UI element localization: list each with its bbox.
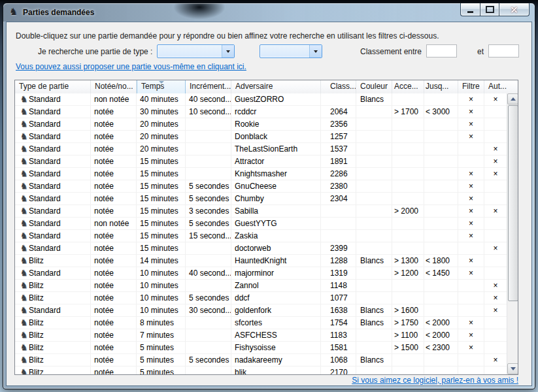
cell: notée xyxy=(91,329,137,341)
table-row[interactable]: ♞Standardnotée10 minutes40 second...majo… xyxy=(15,267,507,280)
column-header-filtre[interactable]: Filtre xyxy=(458,80,484,93)
cell: 15 minutes xyxy=(137,155,186,167)
table-row[interactable]: ♞Blitznotée5 minutes5 secondesnadakareem… xyxy=(15,354,507,367)
cell xyxy=(458,367,484,374)
table-row[interactable]: ♞Standardnotée30 minutes10 second...rcdd… xyxy=(15,106,507,118)
cell: 10 minutes xyxy=(137,280,186,291)
column-header-temps[interactable]: Temps xyxy=(137,80,186,93)
knight-icon: ♞ xyxy=(19,205,29,217)
table-row[interactable]: ♞Standardnotée15 minutes15 second...Zask… xyxy=(15,230,507,242)
table-row[interactable]: ♞Blitznotée10 minutesZannol1148× xyxy=(15,280,507,292)
share-app-link[interactable]: Si vous aimez ce logiciel, parlez-en à v… xyxy=(352,376,518,385)
cell: > 1600 xyxy=(392,304,424,316)
column-header-acce[interactable]: Acce... xyxy=(392,80,424,93)
cell: ♞Blitz xyxy=(15,367,91,374)
column-header-typedepartie[interactable]: Type de partie xyxy=(15,80,91,93)
column-header-jusq[interactable]: Jusq... xyxy=(424,80,458,93)
cell xyxy=(356,242,392,254)
cell xyxy=(484,342,507,353)
cell: HauntedKnight xyxy=(231,255,321,267)
cell: Blancs xyxy=(356,93,392,105)
cell xyxy=(392,155,424,167)
table-row[interactable]: ♞Standardnotée10 minutes30 second...gold… xyxy=(15,304,507,317)
column-header-class[interactable]: Class... xyxy=(321,80,356,93)
scrollbar-thumb[interactable] xyxy=(508,105,518,301)
column-header-noteno[interactable]: Notée/no... xyxy=(91,80,137,93)
vertical-scrollbar[interactable] xyxy=(507,93,518,374)
table-row[interactable]: ♞Standardnon notée40 minutes40 second...… xyxy=(15,93,507,106)
cell: majorminor xyxy=(231,267,321,279)
cell xyxy=(424,193,458,204)
table-row[interactable]: ♞Blitznotée7 minutesASFCHESS1183> 1100< … xyxy=(15,329,507,342)
scroll-up-button[interactable] xyxy=(507,93,518,105)
cell: 1319 xyxy=(321,267,356,279)
cell xyxy=(356,367,392,374)
table-row[interactable]: ♞Standardnotée15 minutes3 secondesSabill… xyxy=(15,205,507,218)
chevron-down-icon[interactable] xyxy=(222,45,234,57)
cell xyxy=(424,131,458,142)
column-header-incrment[interactable]: Incrément... xyxy=(186,80,231,93)
cell: 5 secondes xyxy=(186,354,231,366)
chevron-down-icon[interactable] xyxy=(309,45,322,57)
table-row[interactable]: ♞Standardnotée15 minutes5 secondesChumby… xyxy=(15,193,507,205)
table-row[interactable]: ♞Blitznotée5 minutesFishysoisse1581> 150… xyxy=(15,342,507,354)
rating-max-input[interactable] xyxy=(488,44,519,57)
column-header-couleur[interactable]: Couleur xyxy=(356,80,392,93)
knight-icon: ♞ xyxy=(19,218,29,229)
table-row[interactable]: ♞Blitznotée14 minutesHauntedKnight1288Bl… xyxy=(15,255,507,267)
game-subtype-select[interactable] xyxy=(260,44,322,58)
column-header-adversaire[interactable]: Adversaire xyxy=(231,80,321,93)
cell: non notée xyxy=(91,93,137,105)
games-table: Type de partieNotée/no...TempsIncrément.… xyxy=(14,80,518,375)
column-header-aut[interactable]: Aut... xyxy=(484,80,507,93)
table-row[interactable]: ♞Standardnon notée15 minutes5 secondesGu… xyxy=(15,218,507,230)
cell: 2286 xyxy=(321,168,356,180)
cell: 15 minutes xyxy=(137,168,186,180)
cell: < 2000 xyxy=(424,329,458,341)
table-row[interactable]: ♞Blitznotée8 minutessfcortes1754Blancs> … xyxy=(15,317,507,329)
cell: > 1700 xyxy=(392,106,424,118)
cell: 5 secondes xyxy=(186,292,231,304)
cell: notée xyxy=(91,118,137,130)
table-row[interactable]: ♞Standardnotée20 minutesTheLastSionEarth… xyxy=(15,143,507,155)
table-row[interactable]: ♞Standardnotée15 minutesAttractor1891× xyxy=(15,155,507,168)
cell xyxy=(458,304,484,316)
cell: ♞Standard xyxy=(15,205,91,217)
close-button[interactable] xyxy=(499,3,530,16)
cell: 1077 xyxy=(321,292,356,304)
minimize-button[interactable] xyxy=(460,3,480,16)
maximize-button[interactable] xyxy=(480,3,499,16)
table-row[interactable]: ♞Standardnotée15 minutesKnightsmasher228… xyxy=(15,168,507,180)
rating-min-input[interactable] xyxy=(426,44,457,57)
cell: sfcortes xyxy=(231,317,321,329)
cell: Zaskia xyxy=(231,230,321,242)
table-row[interactable]: ♞Standardnotée15 minutesdoctorweb2399× xyxy=(15,242,507,255)
dialog-client-area: Double-cliquez sur une partie demandée p… xyxy=(6,22,532,386)
cell xyxy=(424,280,458,291)
cell: × xyxy=(458,218,484,229)
table-row[interactable]: ♞Standardnotée20 minutesRookie2356× xyxy=(15,118,507,131)
table-row[interactable]: ♞Standardnotée15 minutes5 secondesGnuChe… xyxy=(15,180,507,193)
cell: 40 second... xyxy=(186,267,231,279)
cell xyxy=(458,242,484,254)
table-row[interactable]: ♞Standardnotée20 minutesDonblack1257× xyxy=(15,131,507,143)
cell xyxy=(186,242,231,254)
knight-icon: ♞ xyxy=(19,180,29,192)
scroll-down-button[interactable] xyxy=(507,363,518,374)
cell: 5 secondes xyxy=(186,180,231,192)
cell xyxy=(356,267,392,279)
window-controls xyxy=(460,3,530,16)
cell xyxy=(424,354,458,366)
cell: × xyxy=(484,93,507,105)
header-filler xyxy=(507,80,518,93)
propose-game-link[interactable]: Vous pouvez aussi proposer une partie vo… xyxy=(16,62,246,71)
cell: × xyxy=(458,230,484,242)
table-row[interactable]: ♞Blitznotée5 minutesblik2170 xyxy=(15,367,507,374)
cell: notée xyxy=(91,267,137,279)
game-type-select[interactable] xyxy=(157,44,235,58)
cell: ♞Blitz xyxy=(15,329,91,341)
cell xyxy=(458,292,484,304)
table-row[interactable]: ♞Blitznotée10 minutes5 secondesddcf1077× xyxy=(15,292,507,304)
cell: 8 minutes xyxy=(137,317,186,329)
title-bar[interactable]: ♞ Parties demandées xyxy=(3,3,535,22)
